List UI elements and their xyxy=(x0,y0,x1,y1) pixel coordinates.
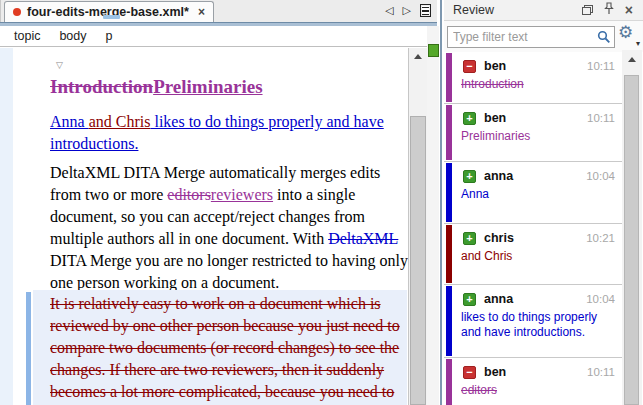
entry-change-text: Preliminaries xyxy=(461,129,617,144)
scroll-tabs-right-icon[interactable]: ▷ xyxy=(403,5,411,16)
up-arrow-icon xyxy=(414,54,422,59)
review-scrollbar[interactable] xyxy=(622,50,642,405)
review-entry[interactable]: + anna 10:04 Anna xyxy=(444,162,622,224)
delete-change-icon: − xyxy=(463,60,476,73)
dropdown-caret-icon: ▾ xyxy=(636,40,640,48)
modified-dot-icon xyxy=(13,8,21,16)
review-entry[interactable]: + ben 10:11 Preliminaries xyxy=(444,104,622,162)
document-editor[interactable]: ▽ IntroductionPreliminaries Anna and Chr… xyxy=(0,48,408,405)
entry-author: ben xyxy=(484,111,506,125)
review-panel-title: Review xyxy=(453,3,494,17)
filter-row: ⚙ ▾ xyxy=(444,21,643,52)
panel-splitter[interactable] xyxy=(440,0,442,405)
entry-author: ben xyxy=(484,59,506,73)
entry-time: 10:11 xyxy=(587,112,615,124)
fold-collapse-icon[interactable]: ▽ xyxy=(56,61,63,70)
entry-change-text: Anna xyxy=(461,187,617,202)
filter-input[interactable] xyxy=(447,26,615,48)
pin-icon[interactable] xyxy=(604,1,614,19)
document-heading[interactable]: IntroductionPreliminaries xyxy=(50,75,408,99)
change-bar xyxy=(26,292,31,405)
entry-time: 10:04 xyxy=(586,293,615,305)
entry-change-text: Introduction xyxy=(461,77,617,92)
scroll-up-button[interactable] xyxy=(409,48,427,65)
breadcrumb-item-p[interactable]: p xyxy=(106,29,113,43)
review-panel-header: Review × xyxy=(444,0,643,21)
entry-author: anna xyxy=(484,169,513,183)
restore-window-icon[interactable] xyxy=(582,5,593,15)
editor-region: four-edits-merge-base.xml* × ◁ ▷ topicbo… xyxy=(0,0,443,405)
del-text-run: editors xyxy=(167,186,211,203)
review-entry-list: − ben 10:11 Introduction + ben 10:11 Pre… xyxy=(444,52,622,405)
del-text-run: Introduction xyxy=(50,76,153,97)
insert-change-icon: + xyxy=(463,293,476,306)
entry-author: anna xyxy=(484,292,513,306)
entry-author: ben xyxy=(484,365,506,379)
entry-time: 10:21 xyxy=(586,232,615,244)
entry-time: 10:11 xyxy=(587,60,615,72)
body-paragraph[interactable]: DeltaXML DITA Merge automatically merges… xyxy=(50,162,408,294)
up-arrow-icon xyxy=(628,57,636,62)
entry-change-text: and Chris xyxy=(461,249,617,264)
entry-time: 10:11 xyxy=(587,366,615,378)
editor-scrollbar[interactable] xyxy=(408,48,427,405)
entry-change-text: likes to do things properly and have int… xyxy=(461,310,617,340)
ins-text-run: reviewers xyxy=(211,186,273,203)
delete-change-icon: − xyxy=(463,366,476,379)
gear-icon: ⚙ xyxy=(618,23,633,42)
insert-change-icon: + xyxy=(463,232,476,245)
tab-strip: four-edits-merge-base.xml* × ◁ ▷ xyxy=(0,0,437,22)
review-scrollbar-thumb[interactable] xyxy=(624,75,639,405)
del-text-run: It is relatively easy to work on a docum… xyxy=(50,295,400,405)
insert-change-icon: + xyxy=(463,112,476,125)
editor-scrollbar-thumb[interactable] xyxy=(410,116,426,405)
validation-status-indicator[interactable] xyxy=(428,44,439,57)
tab-list-icon[interactable] xyxy=(420,4,431,17)
validation-column xyxy=(427,26,439,405)
entry-author: chris xyxy=(484,231,514,245)
fold-margin xyxy=(0,48,13,405)
close-panel-icon[interactable]: × xyxy=(625,3,633,17)
review-panel: Review × ⚙ ▾ − ben 10:11 Introduction + xyxy=(444,0,643,405)
review-scroll-up-button[interactable] xyxy=(622,52,642,67)
breadcrumb-item-topic[interactable]: topic xyxy=(14,29,40,43)
entry-change-text: editors xyxy=(461,383,617,398)
entry-time: 10:04 xyxy=(586,170,615,182)
review-entry[interactable]: + anna 10:04 likes to do things properly… xyxy=(444,285,622,358)
del-text-run: DeltaXML xyxy=(328,230,398,247)
ins-text-run: Preliminaries xyxy=(153,76,262,97)
text-run: DITA Merge you are no longer restricted … xyxy=(50,252,408,291)
ins-text-run: Anna xyxy=(50,113,89,130)
inserted-sentence[interactable]: Anna and Chris likes to do things proper… xyxy=(50,111,408,155)
review-entry[interactable]: − ben 10:11 Introduction xyxy=(444,52,622,104)
search-icon xyxy=(597,30,611,48)
review-entry[interactable]: − ben 10:11 editors xyxy=(444,358,622,405)
review-entry[interactable]: + chris 10:21 and Chris xyxy=(444,224,622,285)
breadcrumb-item-body[interactable]: body xyxy=(59,29,86,43)
deleted-paragraph[interactable]: It is relatively easy to work on a docum… xyxy=(33,290,407,405)
ins-text-run: and Chris xyxy=(89,113,151,130)
insert-change-icon: + xyxy=(463,170,476,183)
breadcrumb: topicbodyp xyxy=(0,26,427,47)
scroll-tabs-left-icon[interactable]: ◁ xyxy=(385,5,393,16)
tab-close-icon[interactable]: × xyxy=(198,6,205,18)
settings-menu-button[interactable]: ⚙ ▾ xyxy=(618,24,640,48)
